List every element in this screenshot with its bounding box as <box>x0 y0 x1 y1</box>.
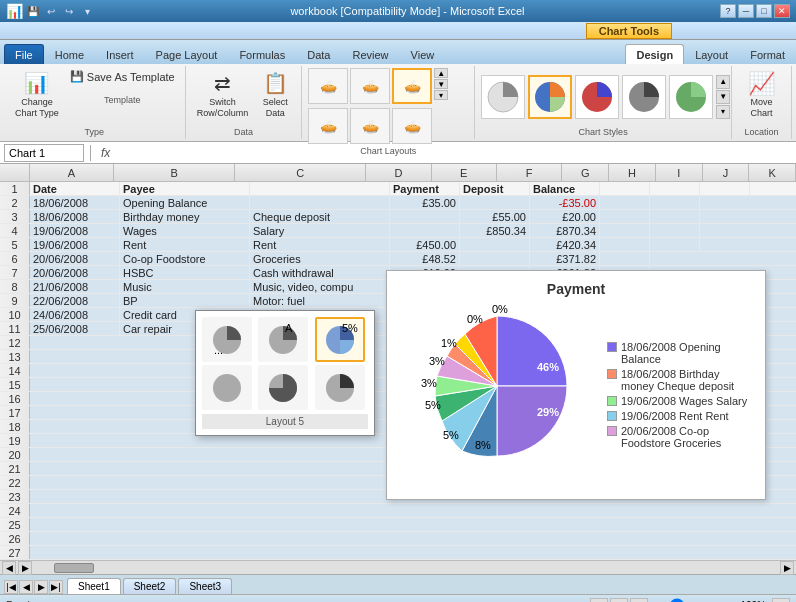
cell-g6[interactable] <box>600 252 650 265</box>
layout-3-btn[interactable]: 🥧 <box>392 68 432 104</box>
cell-f2[interactable]: -£35.00 <box>530 196 600 209</box>
tab-page-layout[interactable]: Page Layout <box>145 44 229 64</box>
sheet-tab-1[interactable]: Sheet1 <box>67 578 121 594</box>
cell-g5[interactable] <box>600 238 650 251</box>
col-header-d[interactable]: D <box>366 164 431 182</box>
style-scroll[interactable]: ▲ ▼ ▾ <box>716 75 730 119</box>
cell-c3[interactable]: Cheque deposit <box>250 210 390 223</box>
cell-b7[interactable]: HSBC <box>120 266 250 279</box>
style-3-btn[interactable] <box>575 75 619 119</box>
change-chart-type-btn[interactable]: 📊 ChangeChart Type <box>10 68 64 122</box>
layout-2-btn[interactable]: 🥧 <box>350 68 390 104</box>
sheet-tab-2[interactable]: Sheet2 <box>123 578 177 594</box>
cell-a5[interactable]: 19/06/2008 <box>30 238 120 251</box>
style-2-btn-selected[interactable] <box>528 75 572 119</box>
cell-d3[interactable] <box>390 210 460 223</box>
styles-content[interactable]: ▲ ▼ ▾ <box>481 68 725 125</box>
cell-c6[interactable]: Groceries <box>250 252 390 265</box>
col-header-i[interactable]: I <box>656 164 703 182</box>
cell-h5[interactable] <box>650 238 700 251</box>
cell-c9[interactable]: Motor: fuel <box>250 294 390 307</box>
cell-e5[interactable] <box>460 238 530 251</box>
layout-scroll[interactable]: ▲ ▼ ▾ <box>434 68 448 104</box>
cell-h4[interactable] <box>650 224 700 237</box>
view-buttons[interactable]: ▣ ▦ ⊞ <box>590 598 648 603</box>
cell-g1[interactable] <box>600 182 650 195</box>
col-header-a[interactable]: A <box>30 164 114 182</box>
cell-c7[interactable]: Cash withdrawal <box>250 266 390 279</box>
tab-data[interactable]: Data <box>296 44 341 64</box>
cell-f4[interactable]: £870.34 <box>530 224 600 237</box>
formula-input[interactable] <box>118 147 792 159</box>
col-header-j[interactable]: J <box>703 164 750 182</box>
help-btn[interactable]: ? <box>720 4 736 18</box>
maximize-btn[interactable]: □ <box>756 4 772 18</box>
scroll-end-btn[interactable]: ▶ <box>780 561 794 575</box>
type-group-content[interactable]: 📊 ChangeChart Type 💾 Save As Template Te… <box>10 68 179 125</box>
cell-a1[interactable]: Date <box>30 182 120 195</box>
cell-a2[interactable]: 18/06/2008 <box>30 196 120 209</box>
redo-quick-btn[interactable]: ↪ <box>61 3 77 19</box>
cell-b1[interactable]: Payee <box>120 182 250 195</box>
col-header-c[interactable]: C <box>235 164 366 182</box>
tab-review[interactable]: Review <box>341 44 399 64</box>
scroll-right-btn[interactable]: ▶ <box>18 561 32 575</box>
popup-layout-2[interactable]: A <box>258 317 308 362</box>
cell-h3[interactable] <box>650 210 700 223</box>
tab-insert[interactable]: Insert <box>95 44 145 64</box>
tab-nav[interactable]: |◀ ◀ ▶ ▶| <box>4 580 63 594</box>
layout-scroll-down[interactable]: ▼ <box>434 79 448 89</box>
tab-file[interactable]: File <box>4 44 44 64</box>
cell-c1[interactable] <box>250 182 390 195</box>
cell-b4[interactable]: Wages <box>120 224 250 237</box>
style-scroll-down[interactable]: ▼ <box>716 90 730 104</box>
style-scroll-expand[interactable]: ▾ <box>716 105 730 119</box>
chart-layout-popup[interactable]: ... A 5% Layout 5 <box>195 310 375 436</box>
save-quick-btn[interactable]: 💾 <box>25 3 41 19</box>
horizontal-scrollbar[interactable]: ◀ ▶ ▶ <box>0 560 796 574</box>
popup-layout-3-selected[interactable]: 5% <box>315 317 365 362</box>
popup-layout-1[interactable]: ... <box>202 317 252 362</box>
tab-nav-next[interactable]: ▶ <box>34 580 48 594</box>
style-5-btn[interactable] <box>669 75 713 119</box>
layouts-content[interactable]: 🥧 🥧 🥧 ▲ ▼ ▾ 🥧 🥧 🥧 <box>308 68 468 144</box>
save-as-template-btn[interactable]: 💾 Save As Template <box>66 68 179 85</box>
layout-6-btn[interactable]: 🥧 <box>392 108 432 144</box>
col-header-f[interactable]: F <box>497 164 562 182</box>
page-break-btn[interactable]: ⊞ <box>630 598 648 603</box>
col-header-g[interactable]: G <box>562 164 609 182</box>
layout-scroll-up[interactable]: ▲ <box>434 68 448 78</box>
cell-c8[interactable]: Music, video, compu <box>250 280 390 293</box>
switch-row-col-btn[interactable]: ⇄ SwitchRow/Column <box>192 68 254 122</box>
cell-c4[interactable]: Salary <box>250 224 390 237</box>
cell-d2[interactable]: £35.00 <box>390 196 460 209</box>
cell-d1[interactable]: Payment <box>390 182 460 195</box>
cell-b3[interactable]: Birthday money <box>120 210 250 223</box>
style-1-btn[interactable] <box>481 75 525 119</box>
layout-1-btn[interactable]: 🥧 <box>308 68 348 104</box>
cell-d6[interactable]: £48.52 <box>390 252 460 265</box>
tab-home[interactable]: Home <box>44 44 95 64</box>
cell-b6[interactable]: Co-op Foodstore <box>120 252 250 265</box>
minimize-btn[interactable]: ─ <box>738 4 754 18</box>
scroll-thumb[interactable] <box>54 563 94 573</box>
tab-design[interactable]: Design <box>625 44 684 64</box>
cell-f6[interactable]: £371.82 <box>530 252 600 265</box>
tab-layout[interactable]: Layout <box>684 44 739 64</box>
page-layout-btn[interactable]: ▦ <box>610 598 628 603</box>
name-box[interactable] <box>4 144 84 162</box>
undo-quick-btn[interactable]: ↩ <box>43 3 59 19</box>
popup-layout-6[interactable] <box>315 365 365 410</box>
window-controls[interactable]: ? ─ □ ✕ <box>720 4 790 18</box>
cell-f5[interactable]: £420.34 <box>530 238 600 251</box>
col-header-h[interactable]: H <box>609 164 656 182</box>
col-header-b[interactable]: B <box>114 164 235 182</box>
cell-f1[interactable]: Balance <box>530 182 600 195</box>
tab-nav-prev[interactable]: ◀ <box>19 580 33 594</box>
popup-layout-4[interactable] <box>202 365 252 410</box>
zoom-fit-btn[interactable]: ⊕ <box>772 598 790 603</box>
cell-g2[interactable] <box>600 196 650 209</box>
cell-a11[interactable]: 25/06/2008 <box>30 322 120 335</box>
cell-c2[interactable] <box>250 196 390 209</box>
cell-e2[interactable] <box>460 196 530 209</box>
